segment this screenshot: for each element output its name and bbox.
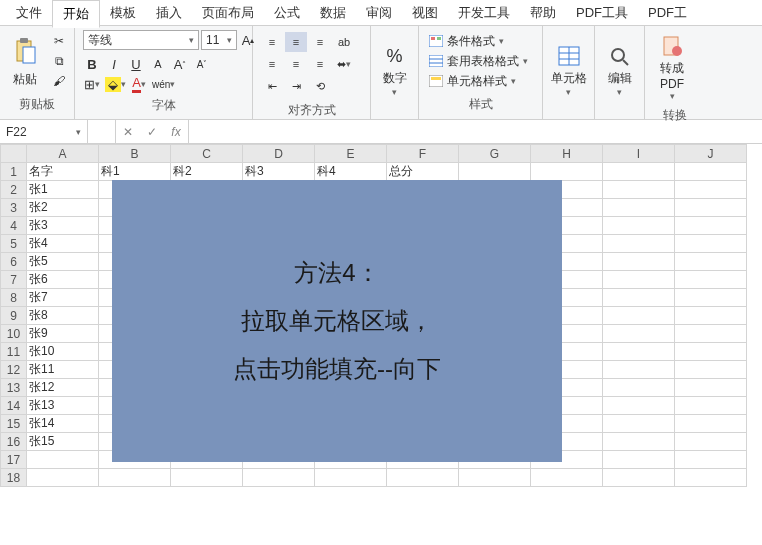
cell-J12[interactable]	[675, 361, 747, 379]
col-header-G[interactable]: G	[459, 145, 531, 163]
cell-I6[interactable]	[603, 253, 675, 271]
cell-A13[interactable]: 张12	[27, 379, 99, 397]
cell-I9[interactable]	[603, 307, 675, 325]
cancel-formula-button[interactable]: ✕	[116, 125, 140, 139]
cell-E1[interactable]: 科4	[315, 163, 387, 181]
align-center-button[interactable]: ≡	[285, 54, 307, 74]
cell-A8[interactable]: 张7	[27, 289, 99, 307]
row-header-12[interactable]: 12	[1, 361, 27, 379]
col-header-J[interactable]: J	[675, 145, 747, 163]
cell-A7[interactable]: 张6	[27, 271, 99, 289]
indent-right-button[interactable]: ⇥	[285, 76, 307, 96]
cell-I18[interactable]	[603, 469, 675, 487]
number-format-button[interactable]: % 数字 ▾	[375, 38, 414, 101]
menu-视图[interactable]: 视图	[402, 0, 448, 26]
menu-公式[interactable]: 公式	[264, 0, 310, 26]
row-header-14[interactable]: 14	[1, 397, 27, 415]
edit-button[interactable]: 编辑 ▾	[599, 38, 640, 101]
row-header-6[interactable]: 6	[1, 253, 27, 271]
cells-button[interactable]: 单元格 ▾	[547, 38, 590, 101]
align-left-button[interactable]: ≡	[261, 54, 283, 74]
menu-PDF工[interactable]: PDF工	[638, 0, 697, 26]
cell-J5[interactable]	[675, 235, 747, 253]
menu-数据[interactable]: 数据	[310, 0, 356, 26]
cut-button[interactable]: ✂	[48, 32, 70, 50]
underline-button[interactable]: U	[127, 55, 145, 73]
menu-文件[interactable]: 文件	[6, 0, 52, 26]
align-right-button[interactable]: ≡	[309, 54, 331, 74]
menu-PDF工具[interactable]: PDF工具	[566, 0, 638, 26]
cell-J4[interactable]	[675, 217, 747, 235]
col-header-F[interactable]: F	[387, 145, 459, 163]
cell-A5[interactable]: 张4	[27, 235, 99, 253]
cell-styles-button[interactable]: 单元格样式▾	[429, 73, 528, 90]
col-header-I[interactable]: I	[603, 145, 675, 163]
cell-I16[interactable]	[603, 433, 675, 451]
cell-B18[interactable]	[99, 469, 171, 487]
cell-F18[interactable]	[387, 469, 459, 487]
cell-J9[interactable]	[675, 307, 747, 325]
cell-J8[interactable]	[675, 289, 747, 307]
cell-I2[interactable]	[603, 181, 675, 199]
row-header-18[interactable]: 18	[1, 469, 27, 487]
cell-B1[interactable]: 科1	[99, 163, 171, 181]
cell-I5[interactable]	[603, 235, 675, 253]
menu-页面布局[interactable]: 页面布局	[192, 0, 264, 26]
cell-I4[interactable]	[603, 217, 675, 235]
fx-button[interactable]: fx	[164, 125, 188, 139]
row-header-8[interactable]: 8	[1, 289, 27, 307]
cell-J7[interactable]	[675, 271, 747, 289]
align-bottom-button[interactable]: ≡	[309, 32, 331, 52]
select-all-corner[interactable]	[1, 145, 27, 163]
col-header-E[interactable]: E	[315, 145, 387, 163]
cell-A14[interactable]: 张13	[27, 397, 99, 415]
cell-A15[interactable]: 张14	[27, 415, 99, 433]
cell-I15[interactable]	[603, 415, 675, 433]
cell-J17[interactable]	[675, 451, 747, 469]
cell-A18[interactable]	[27, 469, 99, 487]
cell-A10[interactable]: 张9	[27, 325, 99, 343]
cell-G1[interactable]	[459, 163, 531, 181]
font-size-select[interactable]: 11▾	[201, 30, 237, 50]
cell-A1[interactable]: 名字	[27, 163, 99, 181]
merge-button[interactable]: ⬌▾	[333, 54, 355, 74]
row-header-10[interactable]: 10	[1, 325, 27, 343]
menu-开发工具[interactable]: 开发工具	[448, 0, 520, 26]
row-header-4[interactable]: 4	[1, 217, 27, 235]
row-header-5[interactable]: 5	[1, 235, 27, 253]
font-name-select[interactable]: 等线▾	[83, 30, 199, 50]
table-format-button[interactable]: 套用表格格式▾	[429, 53, 528, 70]
cell-H18[interactable]	[531, 469, 603, 487]
col-header-H[interactable]: H	[531, 145, 603, 163]
cell-A16[interactable]: 张15	[27, 433, 99, 451]
cell-I1[interactable]	[603, 163, 675, 181]
cell-A11[interactable]: 张10	[27, 343, 99, 361]
phonetic-button[interactable]: wén▾	[152, 75, 175, 93]
cell-J11[interactable]	[675, 343, 747, 361]
orientation-button[interactable]: ⟲	[309, 76, 331, 96]
convert-pdf-button[interactable]: 转成PDF ▾	[649, 28, 695, 105]
row-header-7[interactable]: 7	[1, 271, 27, 289]
cell-A6[interactable]: 张5	[27, 253, 99, 271]
font-grow-button[interactable]: A˄	[171, 55, 189, 73]
cell-C18[interactable]	[171, 469, 243, 487]
col-header-D[interactable]: D	[243, 145, 315, 163]
row-header-16[interactable]: 16	[1, 433, 27, 451]
cell-A17[interactable]	[27, 451, 99, 469]
cell-J16[interactable]	[675, 433, 747, 451]
row-header-1[interactable]: 1	[1, 163, 27, 181]
cell-A9[interactable]: 张8	[27, 307, 99, 325]
col-header-C[interactable]: C	[171, 145, 243, 163]
cell-J2[interactable]	[675, 181, 747, 199]
cell-C1[interactable]: 科2	[171, 163, 243, 181]
cell-D18[interactable]	[243, 469, 315, 487]
cell-E18[interactable]	[315, 469, 387, 487]
menu-开始[interactable]: 开始	[52, 0, 100, 28]
confirm-formula-button[interactable]: ✓	[140, 125, 164, 139]
row-header-2[interactable]: 2	[1, 181, 27, 199]
cell-D1[interactable]: 科3	[243, 163, 315, 181]
menu-审阅[interactable]: 审阅	[356, 0, 402, 26]
border-button[interactable]: ⊞▾	[83, 75, 101, 93]
cell-J18[interactable]	[675, 469, 747, 487]
menu-模板[interactable]: 模板	[100, 0, 146, 26]
